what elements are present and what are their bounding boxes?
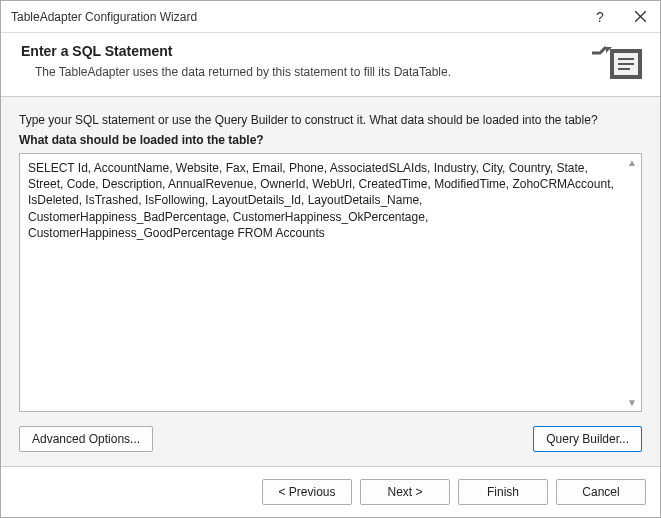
- sql-statement-input[interactable]: [19, 153, 642, 412]
- advanced-options-button[interactable]: Advanced Options...: [19, 426, 153, 452]
- sql-textarea-wrap: ▲ ▼: [19, 153, 642, 412]
- wizard-header-icon: [592, 43, 644, 86]
- query-builder-button[interactable]: Query Builder...: [533, 426, 642, 452]
- options-row: Advanced Options... Query Builder...: [19, 426, 642, 452]
- wizard-window: TableAdapter Configuration Wizard ? Ente…: [0, 0, 661, 518]
- window-title: TableAdapter Configuration Wizard: [11, 10, 580, 24]
- close-icon: [635, 11, 646, 22]
- instruction-text: Type your SQL statement or use the Query…: [19, 113, 642, 127]
- next-button[interactable]: Next >: [360, 479, 450, 505]
- close-button[interactable]: [620, 1, 660, 33]
- help-icon: ?: [596, 9, 604, 25]
- page-title: Enter a SQL Statement: [21, 43, 582, 59]
- wizard-header: Enter a SQL Statement The TableAdapter u…: [1, 33, 660, 97]
- finish-button[interactable]: Finish: [458, 479, 548, 505]
- prompt-label: What data should be loaded into the tabl…: [19, 133, 642, 147]
- help-button[interactable]: ?: [580, 1, 620, 33]
- wizard-footer: < Previous Next > Finish Cancel: [1, 467, 660, 517]
- cancel-button[interactable]: Cancel: [556, 479, 646, 505]
- wizard-header-text: Enter a SQL Statement The TableAdapter u…: [21, 43, 582, 79]
- sql-page-icon: [592, 43, 644, 83]
- previous-button[interactable]: < Previous: [262, 479, 352, 505]
- titlebar: TableAdapter Configuration Wizard ?: [1, 1, 660, 33]
- wizard-body: Type your SQL statement or use the Query…: [1, 97, 660, 467]
- page-subtitle: The TableAdapter uses the data returned …: [21, 65, 582, 79]
